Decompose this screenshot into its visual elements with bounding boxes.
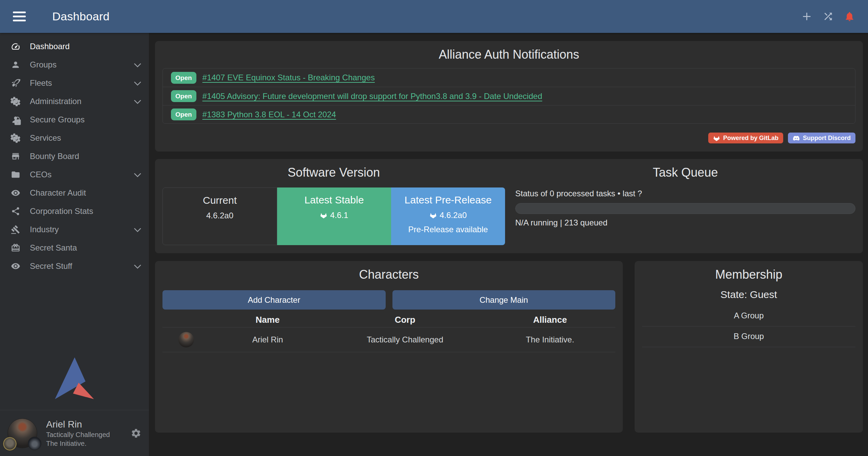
support-discord-badge[interactable]: Support Discord [788, 133, 855, 143]
status-badge: Open [171, 72, 196, 84]
user-icon [9, 59, 22, 70]
membership-title: Membership [642, 268, 855, 281]
sidebar-item-groups[interactable]: Groups [0, 56, 149, 74]
gitlab-icon [713, 135, 720, 142]
corporation-logo [3, 437, 17, 451]
software-version-section: Software Version Current 4.6.2a0 Latest … [162, 166, 505, 245]
status-badge: Open [171, 108, 196, 120]
alliance-auth-logo [54, 357, 95, 401]
sidebar-item-secret-stuff[interactable]: Secret Stuff [0, 257, 149, 275]
version-prerelease-label: Latest Pre-Release [391, 194, 505, 206]
sidebar-item-industry[interactable]: Industry [0, 220, 149, 239]
sidebar-item-services[interactable]: Services [0, 129, 149, 147]
task-queue-progress-bar [515, 203, 855, 214]
task-queue-section: Task Queue Status of 0 processed tasks •… [505, 166, 855, 245]
notification-link[interactable]: #1383 Python 3.8 EOL - 14 Oct 2024 [202, 110, 336, 119]
sidebar-item-label: Bounty Board [30, 152, 79, 161]
user-alliance: The Initiative. [46, 439, 110, 448]
share-nodes-icon [9, 206, 22, 217]
version-stable-box: Latest Stable 4.6.1 [277, 187, 391, 245]
sidebar-item-label: Character Audit [30, 188, 86, 198]
notification-link[interactable]: #1405 Advisory: Future development will … [202, 92, 542, 101]
chevron-down-icon [134, 79, 141, 86]
user-corporation: Tactically Challenged [46, 430, 110, 439]
folder-icon [9, 169, 22, 180]
main-content: Alliance Auth Notifications Open #1407 E… [149, 33, 868, 456]
notifications-list: Open #1407 EVE Equinox Status - Breaking… [162, 68, 855, 124]
header-corp: Corp [325, 313, 485, 327]
sidebar-item-label: Administration [30, 97, 81, 106]
chevron-down-icon [134, 60, 141, 67]
sidebar-item-label: Industry [30, 225, 59, 234]
version-current-label: Current [163, 194, 277, 207]
characters-title: Characters [162, 268, 615, 281]
sidebar-item-character-audit[interactable]: Character Audit [0, 184, 149, 202]
sidebar-item-secret-santa[interactable]: Secret Santa [0, 239, 149, 257]
notifications-title: Alliance Auth Notifications [162, 48, 855, 61]
sidebar-item-administration[interactable]: Administration [0, 92, 149, 111]
user-name: Ariel Rin [46, 419, 110, 430]
status-badge: Open [171, 90, 196, 102]
character-row: Ariel Rin Tactically Challenged The Init… [162, 327, 615, 352]
notification-row: Open #1405 Advisory: Future development … [163, 87, 855, 105]
eye-icon [9, 261, 22, 272]
character-portrait-thumb [178, 332, 194, 348]
version-stable-label: Latest Stable [277, 194, 391, 206]
store-icon [9, 151, 22, 162]
user-panel[interactable]: Ariel Rin Tactically Challenged The Init… [0, 410, 149, 456]
software-version-title: Software Version [162, 166, 505, 179]
discord-icon [793, 135, 800, 142]
sidebar-item-label: Secure Groups [30, 115, 84, 124]
header-alliance: Alliance [485, 313, 615, 327]
header-portrait [162, 313, 210, 327]
character-corp: Tactically Challenged [325, 327, 485, 352]
add-icon[interactable] [801, 11, 812, 22]
powered-by-gitlab-badge[interactable]: Powered by GitLab [708, 133, 783, 143]
character-alliance: The Initiative. [485, 327, 615, 352]
notification-link[interactable]: #1407 EVE Equinox Status - Breaking Chan… [202, 73, 375, 82]
sidebar-item-ceos[interactable]: CEOs [0, 165, 149, 184]
characters-table: Name Corp Alliance Ariel Rin Tactically … [162, 313, 615, 352]
notification-row: Open #1407 EVE Equinox Status - Breaking… [163, 68, 855, 87]
version-prerelease-box: Latest Pre-Release 4.6.2a0 Pre-Release a… [391, 187, 505, 245]
shuffle-icon[interactable] [823, 11, 834, 22]
notifications-panel: Alliance Auth Notifications Open #1407 E… [155, 41, 863, 152]
gitlab-icon [320, 212, 327, 219]
group-item: A Group [642, 306, 855, 326]
sidebar-item-secure-groups[interactable]: Secure Groups [0, 111, 149, 129]
gitlab-icon [429, 212, 437, 219]
task-queue-title: Task Queue [515, 166, 855, 179]
membership-panel: Membership State: Guest A Group B Group [635, 261, 863, 433]
version-stable-value: 4.6.1 [277, 211, 391, 220]
sidebar-item-label: Services [30, 133, 61, 143]
sidebar-item-label: CEOs [30, 170, 52, 179]
sidebar-item-corporation-stats[interactable]: Corporation Stats [0, 202, 149, 220]
change-main-button[interactable]: Change Main [392, 290, 616, 310]
user-lock-icon [9, 114, 22, 125]
software-taskqueue-panel: Software Version Current 4.6.2a0 Latest … [155, 159, 863, 253]
sidebar-item-label: Dashboard [30, 42, 70, 51]
hamburger-menu-icon[interactable] [13, 12, 26, 21]
version-current-value: 4.6.2a0 [163, 211, 277, 220]
sidebar-item-label: Fleets [30, 78, 52, 88]
sidebar-item-fleets[interactable]: Fleets [0, 74, 149, 92]
alliance-logo [28, 437, 41, 450]
gears-icon [9, 96, 22, 107]
user-avatar [7, 418, 37, 448]
settings-gear-icon[interactable] [131, 428, 141, 439]
membership-group-list: A Group B Group [642, 306, 855, 347]
sidebar-item-bounty-board[interactable]: Bounty Board [0, 147, 149, 165]
chevron-down-icon [134, 225, 141, 232]
sidebar-item-label: Corporation Stats [30, 206, 93, 216]
add-character-button[interactable]: Add Character [162, 290, 386, 310]
prerelease-note: Pre-Release available [391, 225, 505, 234]
notification-row: Open #1383 Python 3.8 EOL - 14 Oct 2024 [163, 105, 855, 123]
notifications-bell-icon[interactable] [844, 11, 855, 22]
sidebar: Dashboard Groups Fleets Administration [0, 33, 149, 456]
gears-icon [9, 133, 22, 143]
membership-state: State: Guest [642, 289, 855, 300]
eye-icon [9, 187, 22, 198]
top-navbar: Dashboard [0, 0, 868, 33]
characters-table-header: Name Corp Alliance [162, 313, 615, 327]
sidebar-item-dashboard[interactable]: Dashboard [0, 37, 149, 56]
